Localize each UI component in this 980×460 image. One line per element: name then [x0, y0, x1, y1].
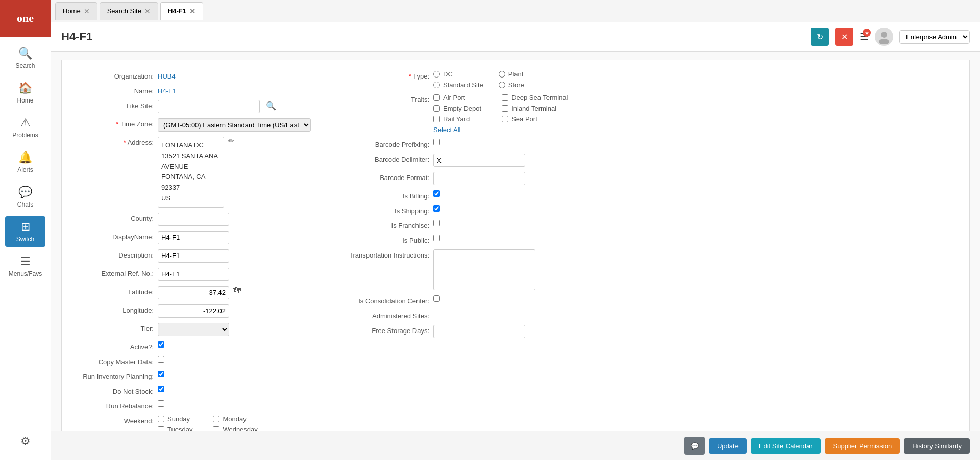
county-input[interactable] — [158, 213, 229, 226]
trait-select-all[interactable]: Select All — [433, 126, 481, 134]
type-plant: Plant — [499, 70, 524, 78]
comment-button[interactable]: 💬 — [684, 437, 705, 455]
do-not-stock-row: Do Not Stock: — [72, 386, 307, 395]
weekend-col-right: Monday Wednesday — [213, 415, 257, 431]
do-not-stock-checkbox[interactable] — [158, 386, 164, 392]
trait-empty-depot: Empty Depot — [433, 105, 481, 112]
user-role-select[interactable]: Enterprise Admin — [899, 30, 970, 44]
address-edit-icon[interactable]: ✏ — [228, 137, 234, 145]
latitude-input[interactable] — [158, 286, 229, 299]
sidebar-item-settings[interactable]: ⚙ — [20, 428, 31, 454]
weekend-col-left: Sunday Tuesday — [158, 415, 192, 431]
sunday-checkbox[interactable] — [158, 416, 164, 422]
copy-master-label: Copy Master Data: — [72, 356, 154, 366]
run-inventory-checkbox[interactable] — [158, 371, 164, 377]
traits-row: Traits: Air Port Empty Depot — [327, 94, 959, 134]
history-similarity-button[interactable]: History Similarity — [904, 438, 970, 454]
trait-sea-port-checkbox[interactable] — [502, 116, 508, 122]
sidebar-item-problems[interactable]: ⚠ Problems — [0, 110, 51, 145]
trait-inland-terminal-label: Inland Terminal — [511, 105, 556, 112]
tab-search-site-close[interactable]: ✕ — [144, 7, 151, 15]
sidebar-item-chats[interactable]: 💬 Chats — [0, 180, 51, 214]
run-rebalance-checkbox[interactable] — [158, 400, 164, 407]
tier-row: Tier: — [72, 323, 307, 336]
type-store-radio[interactable] — [499, 82, 505, 88]
transport-label: Transportation Instructions: — [327, 249, 429, 259]
is-franchise-checkbox[interactable] — [433, 220, 440, 226]
sidebar-label-chats: Chats — [17, 201, 33, 208]
type-standard-radio[interactable] — [433, 82, 440, 88]
type-plant-radio[interactable] — [499, 71, 505, 78]
type-store: Store — [499, 81, 524, 89]
monday-checkbox[interactable] — [213, 416, 219, 422]
consolidation-checkbox[interactable] — [433, 295, 440, 302]
trait-rail-yard: Rail Yard — [433, 115, 481, 123]
trait-inland-terminal-checkbox[interactable] — [502, 105, 508, 112]
is-public-checkbox[interactable] — [433, 235, 440, 241]
display-name-input[interactable] — [158, 231, 229, 244]
trait-airport-label: Air Port — [443, 94, 465, 101]
tab-search-site[interactable]: Search Site ✕ — [100, 2, 158, 20]
sidebar-item-switch[interactable]: ⊞ Switch — [5, 216, 45, 247]
tab-home-close[interactable]: ✕ — [84, 7, 90, 15]
supplier-permission-button[interactable]: Supplier Permission — [825, 438, 900, 454]
tab-h4f1[interactable]: H4-F1 ✕ — [160, 2, 203, 20]
trait-airport-checkbox[interactable] — [433, 94, 440, 101]
menu-button[interactable]: ☰ ★ — [860, 31, 869, 43]
trait-deep-sea-label: Deep Sea Terminal — [511, 94, 568, 101]
update-button[interactable]: Update — [709, 438, 747, 454]
barcode-format-input[interactable] — [433, 172, 525, 185]
refresh-button[interactable]: ↻ — [811, 28, 829, 46]
like-site-search-button[interactable]: 🔍 — [264, 100, 278, 112]
name-label: Name: — [72, 85, 154, 95]
active-checkbox[interactable] — [158, 341, 164, 348]
tier-select[interactable] — [158, 323, 229, 336]
description-label: Description: — [72, 249, 154, 259]
sidebar-item-menus[interactable]: ☰ Menus/Favs — [0, 249, 51, 284]
external-ref-label: External Ref. No.: — [72, 268, 154, 277]
tab-home[interactable]: Home ✕ — [55, 2, 97, 20]
timezone-select[interactable]: (GMT-05:00) Eastern Standard Time (US/Ea… — [158, 118, 311, 132]
organization-value[interactable]: HUB4 — [158, 70, 176, 80]
chats-icon: 💬 — [18, 186, 32, 199]
longitude-label: Longitude: — [72, 304, 154, 314]
description-input[interactable] — [158, 249, 229, 263]
select-all-label[interactable]: Select All — [433, 126, 460, 134]
longitude-input[interactable] — [158, 304, 229, 318]
sidebar-label-menus: Menus/Favs — [9, 270, 42, 277]
organization-label: Organization: — [72, 70, 154, 80]
like-site-input[interactable] — [158, 100, 260, 113]
settings-icon: ⚙ — [20, 435, 31, 448]
free-storage-input[interactable] — [433, 325, 525, 338]
trait-empty-depot-checkbox[interactable] — [433, 105, 440, 112]
form-section: Organization: HUB4 Name: H4-F1 Like Site… — [61, 60, 970, 431]
map-icon[interactable]: 🗺 — [233, 286, 241, 295]
bottom-toolbar: 💬 Update Edit Site Calendar Supplier Per… — [51, 431, 980, 460]
sidebar-item-search[interactable]: 🔍 Search — [0, 41, 51, 75]
barcode-prefixing-checkbox[interactable] — [433, 139, 440, 145]
barcode-delimiter-input[interactable] — [433, 154, 525, 167]
is-billing-checkbox[interactable] — [433, 190, 440, 197]
app-logo: one — [0, 0, 51, 37]
notification-badge: ★ — [863, 29, 871, 37]
tab-h4f1-close[interactable]: ✕ — [189, 7, 195, 15]
copy-master-checkbox[interactable] — [158, 356, 164, 363]
close-button[interactable]: ✕ — [835, 28, 853, 46]
sidebar-item-home[interactable]: 🏠 Home — [0, 75, 51, 110]
wednesday-checkbox[interactable] — [213, 426, 219, 431]
edit-calendar-button[interactable]: Edit Site Calendar — [751, 438, 821, 454]
sidebar-item-alerts[interactable]: 🔔 Alerts — [0, 145, 51, 180]
is-shipping-checkbox[interactable] — [433, 205, 440, 212]
trait-deep-sea-checkbox[interactable] — [502, 94, 508, 101]
consolidation-row: Is Consolidation Center: — [327, 295, 959, 305]
type-dc-radio[interactable] — [433, 71, 440, 78]
tuesday-checkbox[interactable] — [158, 426, 164, 431]
transport-textarea[interactable] — [433, 249, 535, 290]
trait-rail-yard-checkbox[interactable] — [433, 116, 440, 122]
external-ref-input[interactable] — [158, 268, 229, 281]
type-label: Type: — [327, 70, 429, 80]
do-not-stock-label: Do Not Stock: — [72, 386, 154, 395]
trait-sea-port: Sea Port — [502, 115, 568, 123]
organization-row: Organization: HUB4 — [72, 70, 307, 80]
logo-text: one — [17, 12, 34, 25]
